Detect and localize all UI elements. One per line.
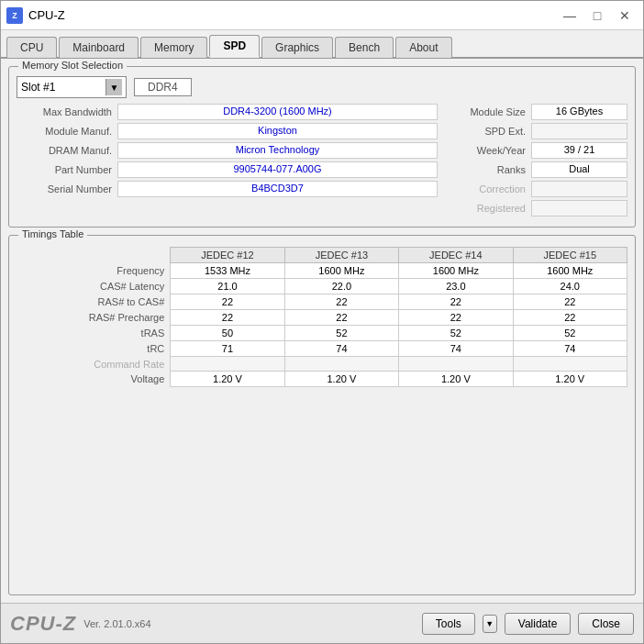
table-row: tRAS 50 52 52 52 [17, 326, 627, 341]
table-row: CAS# Latency 21.0 22.0 23.0 24.0 [17, 279, 627, 294]
week-year-value: 39 / 21 [531, 142, 627, 159]
close-button[interactable]: ✕ [612, 6, 638, 26]
tab-spd[interactable]: SPD [209, 35, 260, 58]
right-fields: Module Size 16 GBytes SPD Ext. Week/Year… [449, 104, 627, 219]
header-empty [17, 248, 171, 263]
maximize-button[interactable]: □ [584, 6, 610, 26]
spd-ext-label: SPD Ext. [449, 126, 531, 137]
week-year-label: Week/Year [449, 145, 531, 156]
field-max-bandwidth: Max Bandwidth DDR4-3200 (1600 MHz) [17, 104, 438, 120]
field-week-year: Week/Year 39 / 21 [449, 142, 627, 159]
module-size-value: 16 GBytes [531, 104, 627, 120]
table-row: Command Rate [17, 357, 627, 372]
spd-ext-value [531, 123, 627, 139]
max-bandwidth-value: DDR4-3200 (1600 MHz) [117, 104, 438, 120]
row-cas-j13: 22.0 [284, 279, 398, 294]
row-cmd-rate-j15 [513, 357, 627, 372]
slot-dropdown[interactable]: Slot #1 ▼ [17, 76, 127, 98]
row-ras-pre-label: RAS# Precharge [17, 310, 171, 326]
field-dram-manuf: DRAM Manuf. Micron Technology [17, 142, 438, 159]
validate-button[interactable]: Validate [505, 613, 571, 635]
table-row: RAS# to CAS# 22 22 22 22 [17, 294, 627, 310]
row-cmd-rate-j14 [399, 357, 513, 372]
memory-slot-group: Memory Slot Selection Slot #1 ▼ DDR4 Max… [8, 66, 636, 228]
window-controls: — □ ✕ [557, 6, 638, 26]
row-cmd-rate-label: Command Rate [17, 357, 171, 372]
tools-arrow-icon[interactable]: ▼ [483, 615, 497, 633]
row-ras-pre-j12: 22 [171, 310, 284, 326]
row-trc-j14: 74 [399, 341, 513, 357]
field-serial-number: Serial Number B4BCD3D7 [17, 181, 438, 197]
table-row: Frequency 1533 MHz 1600 MHz 1600 MHz 160… [17, 263, 627, 279]
row-voltage-label: Voltage [17, 372, 171, 387]
title-bar: Z CPU-Z — □ ✕ [1, 1, 643, 30]
tools-button[interactable]: Tools [422, 613, 475, 635]
row-ras-pre-j14: 22 [399, 310, 513, 326]
row-trc-label: tRC [17, 341, 171, 357]
footer-version: Ver. 2.01.0.x64 [83, 618, 415, 629]
table-row: Voltage 1.20 V 1.20 V 1.20 V 1.20 V [17, 372, 627, 387]
row-frequency-j14: 1600 MHz [399, 263, 513, 279]
row-cmd-rate-j12 [171, 357, 284, 372]
serial-number-value: B4BCD3D7 [117, 181, 438, 197]
row-ras-pre-j15: 22 [513, 310, 627, 326]
registered-label: Registered [449, 203, 531, 214]
max-bandwidth-label: Max Bandwidth [17, 106, 117, 117]
minimize-button[interactable]: — [557, 6, 583, 26]
row-tras-label: tRAS [17, 326, 171, 341]
ddr-type: DDR4 [134, 78, 192, 96]
close-main-button[interactable]: Close [578, 613, 634, 635]
tab-about[interactable]: About [395, 37, 451, 58]
row-ras-pre-j13: 22 [284, 310, 398, 326]
row-frequency-label: Frequency [17, 263, 171, 279]
field-correction: Correction [449, 181, 627, 197]
ranks-label: Ranks [449, 164, 531, 175]
header-jedec13: JEDEC #13 [284, 248, 398, 263]
row-cas-j15: 24.0 [513, 279, 627, 294]
ranks-value: Dual [531, 161, 627, 178]
row-cas-j14: 23.0 [399, 279, 513, 294]
row-cas-label: CAS# Latency [17, 279, 171, 294]
field-module-size: Module Size 16 GBytes [449, 104, 627, 120]
field-spd-ext: SPD Ext. [449, 123, 627, 139]
row-voltage-j14: 1.20 V [399, 372, 513, 387]
header-jedec14: JEDEC #14 [399, 248, 513, 263]
header-jedec12: JEDEC #12 [171, 248, 284, 263]
slot-label: Slot #1 [21, 81, 105, 94]
dropdown-arrow-icon: ▼ [105, 79, 122, 95]
field-ranks: Ranks Dual [449, 161, 627, 178]
app-icon: Z [6, 7, 23, 24]
row-frequency-j13: 1600 MHz [284, 263, 398, 279]
tab-memory[interactable]: Memory [140, 37, 207, 58]
row-trc-j13: 74 [284, 341, 398, 357]
left-fields: Max Bandwidth DDR4-3200 (1600 MHz) Modul… [17, 104, 438, 219]
tab-graphics[interactable]: Graphics [261, 37, 333, 58]
header-jedec15: JEDEC #15 [513, 248, 627, 263]
tab-mainboard[interactable]: Mainboard [59, 37, 139, 58]
correction-value [531, 181, 627, 197]
field-registered: Registered [449, 200, 627, 217]
row-ras-cas-j15: 22 [513, 294, 627, 310]
memory-slot-title: Memory Slot Selection [18, 60, 127, 71]
tabs-bar: CPU Mainboard Memory SPD Graphics Bench … [1, 30, 643, 59]
spd-content: Memory Slot Selection Slot #1 ▼ DDR4 Max… [1, 59, 643, 603]
module-manuf-label: Module Manuf. [17, 126, 117, 137]
row-trc-j15: 74 [513, 341, 627, 357]
timings-title: Timings Table [18, 228, 87, 239]
dram-manuf-value: Micron Technology [117, 142, 438, 159]
field-part-number: Part Number 9905744-077.A00G [17, 161, 438, 178]
timings-table: JEDEC #12 JEDEC #13 JEDEC #14 JEDEC #15 … [17, 247, 627, 387]
row-tras-j12: 50 [171, 326, 284, 341]
row-voltage-j15: 1.20 V [513, 372, 627, 387]
dram-manuf-label: DRAM Manuf. [17, 145, 117, 156]
row-voltage-j12: 1.20 V [171, 372, 284, 387]
row-ras-cas-j14: 22 [399, 294, 513, 310]
field-module-manuf: Module Manuf. Kingston [17, 123, 438, 139]
tab-cpu[interactable]: CPU [6, 37, 57, 58]
tab-bench[interactable]: Bench [335, 37, 394, 58]
row-tras-j15: 52 [513, 326, 627, 341]
row-ras-cas-j13: 22 [284, 294, 398, 310]
registered-value [531, 200, 627, 217]
row-tras-j13: 52 [284, 326, 398, 341]
row-ras-cas-j12: 22 [171, 294, 284, 310]
